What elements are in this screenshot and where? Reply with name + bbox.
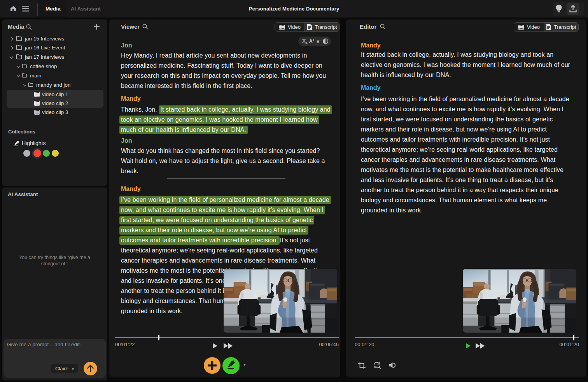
svg-text:A: A: [305, 41, 308, 45]
